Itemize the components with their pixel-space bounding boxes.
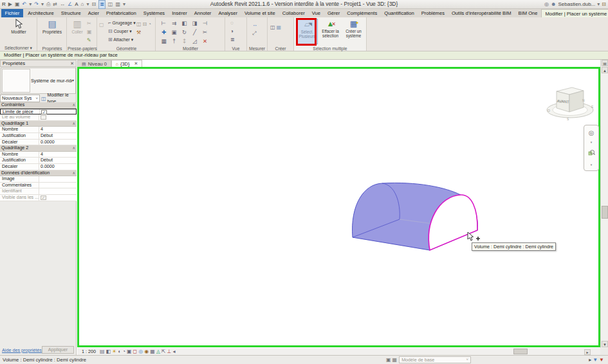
ribbon-tab-fichier[interactable]: Fichier — [1, 9, 23, 17]
type-selector[interactable]: Système de mur-rideau ▾ — [1, 68, 76, 94]
horizontal-scroll-thumb[interactable] — [513, 349, 528, 354]
workset-icon[interactable]: ▣ — [386, 356, 391, 363]
apply-button[interactable]: Appliquer — [42, 346, 74, 354]
create-group-icon[interactable]: ◫ — [270, 24, 275, 31]
split-icon[interactable]: ✂ — [200, 28, 210, 37]
clear-selection-button[interactable]: ▲✕ Effacer la sélection — [320, 19, 341, 44]
view-tab-3d[interactable]: ⌂ {3D} ✕ — [111, 60, 143, 67]
demolish-icon[interactable]: ⚒ — [136, 29, 141, 36]
cut-icon[interactable]: ✂ — [87, 20, 91, 27]
caret-down-icon[interactable]: ▾ — [86, 1, 89, 8]
ribbon-tab-probl-mes[interactable]: Problèmes — [418, 9, 448, 17]
visual-style-icon[interactable]: ◧ — [106, 349, 111, 355]
analytical-icon[interactable]: ◬ — [156, 349, 160, 355]
property-value[interactable]: 0.0000 — [39, 140, 77, 145]
property-value[interactable]: Début — [39, 158, 77, 163]
paste-aligned-icon[interactable]: ▢ — [99, 21, 104, 28]
caret-down-icon[interactable]: ▾ — [123, 1, 125, 8]
close-view-icon[interactable]: ✕ — [134, 61, 138, 66]
ribbon-tab-modifier-placer-un-syst-me-de-[interactable]: Modifier | Placer un système de mur-ride… — [541, 9, 608, 17]
view-list-icon[interactable]: ▤ — [602, 60, 608, 66]
undo-icon[interactable]: ↶ — [23, 1, 27, 8]
scroll-down-icon[interactable]: ▼ — [602, 341, 608, 347]
checkbox[interactable]: ✓ — [41, 110, 47, 114]
sun-icon[interactable]: ☀ — [112, 349, 116, 355]
detail-level-icon[interactable]: ▤ — [100, 349, 105, 355]
match-type-icon[interactable]: ✎ — [87, 37, 91, 44]
paste-button[interactable]: ▥ Coller — [69, 19, 86, 34]
collapse-icon[interactable]: ∧ — [73, 121, 75, 127]
extend-icon[interactable]: ⊣ — [200, 19, 210, 28]
group-label-select[interactable]: Sélectionner ▾ — [0, 46, 37, 51]
view-tab-niveau0[interactable]: ▤ Niveau 0 — [77, 60, 111, 67]
property-value[interactable] — [39, 114, 77, 120]
caret-down-icon[interactable]: ▾ — [591, 163, 593, 167]
collapse-icon[interactable]: ∧ — [73, 170, 75, 176]
home-3d-icon[interactable]: ⌂ — [81, 1, 84, 8]
split-face-icon[interactable]: ◔ — [148, 21, 151, 28]
caret-down-icon[interactable]: ▾ — [597, 1, 600, 8]
property-value[interactable]: ✓ — [39, 109, 76, 114]
hide-isolate-icon[interactable]: ◎ — [138, 349, 143, 355]
create-system-button[interactable]: ▦✦ Créer un système — [343, 19, 364, 44]
copy-move-icon[interactable]: ▣ — [169, 28, 179, 37]
rotate-icon[interactable]: ↻ — [180, 28, 189, 37]
viewcube[interactable]: AVANT O S E N — [544, 82, 599, 122]
scroll-up-icon[interactable]: ▲ — [602, 67, 608, 73]
ribbon-tab-syst-mes[interactable]: Systèmes — [140, 9, 168, 17]
ribbon-tab-collaborer[interactable]: Collaborer — [279, 9, 308, 17]
constraints-icon[interactable]: ⊥ — [167, 349, 172, 355]
section-header[interactable]: Quadrillage 2∧ — [0, 145, 77, 152]
copy-icon[interactable]: ▣ — [87, 28, 92, 35]
text-icon[interactable]: A — [75, 1, 78, 8]
ribbon-tab-compl-ments[interactable]: Compléments — [344, 9, 381, 17]
align-icon[interactable]: ⊢ — [159, 19, 169, 28]
close-icon[interactable]: ✕ — [70, 60, 74, 66]
filter-blue-icon[interactable]: ▼ — [593, 356, 598, 363]
create-similar-icon[interactable]: ▦ — [277, 24, 282, 31]
collapse-icon[interactable]: ∧ — [73, 145, 75, 151]
unpin-icon[interactable]: ‡ — [180, 37, 189, 46]
hide-elements-icon[interactable]: ◌ — [230, 19, 234, 26]
revit-logo[interactable]: R — [2, 1, 6, 8]
property-value[interactable]: 4 — [39, 127, 77, 132]
section-header[interactable]: Contraintes∧ — [0, 102, 77, 109]
ribbon-tab-structure[interactable]: Structure — [57, 9, 84, 17]
pin-icon[interactable]: † — [169, 37, 179, 46]
offset-icon[interactable]: ⇉ — [169, 19, 179, 28]
search-icon[interactable]: ◎ — [544, 1, 549, 8]
horizontal-scrollbar[interactable]: ▸ — [220, 349, 591, 354]
measure-icon[interactable]: ↔ — [60, 1, 65, 8]
caret-down-icon[interactable]: ▾ — [29, 1, 32, 8]
property-value[interactable] — [39, 188, 77, 194]
drawing-area[interactable]: Volume : Demi cylindre : Demi cylindre A… — [77, 67, 600, 347]
override-graphics-icon[interactable]: ◑ — [230, 28, 234, 35]
vertical-scroll-thumb[interactable] — [602, 206, 608, 219]
dimension-icon[interactable]: ∠ — [68, 1, 72, 8]
collapse-icon[interactable]: ∧ — [73, 102, 75, 108]
ribbon-tab-outils-d-interop-rabilit-bim[interactable]: Outils d'interopérabilité BIM — [448, 9, 515, 17]
transfer-icon[interactable]: ⇄ — [53, 1, 57, 8]
property-value[interactable]: 0.0000 — [39, 164, 77, 170]
tile-windows-icon[interactable]: ▥ — [115, 1, 120, 8]
property-value[interactable] — [39, 183, 77, 188]
ribbon-tab-analyser[interactable]: Analyser — [215, 9, 241, 17]
edit-type-button[interactable]: ◫ Modifier le type — [40, 95, 77, 102]
chevron-down-icon[interactable]: ▾ — [72, 68, 75, 93]
thin-lines-icon[interactable]: ≣ — [98, 0, 106, 9]
properties-button[interactable]: ▤ Propriétés — [41, 19, 64, 34]
save-icon[interactable]: ▣ — [15, 1, 20, 8]
property-value[interactable]: ✓ — [39, 195, 77, 201]
trim-icon[interactable]: ╱ — [190, 28, 199, 37]
scroll-right-icon[interactable]: ▸ — [584, 349, 591, 355]
collapse-icon[interactable]: ◂ — [173, 349, 176, 355]
print-icon[interactable]: ⎙ — [46, 1, 50, 8]
cut-geometry-button[interactable]: ⊟ Couper ▾ — [108, 28, 136, 35]
ribbon-tab-architecture[interactable]: Architecture — [24, 9, 58, 17]
shadows-icon[interactable]: ◐ — [118, 349, 121, 355]
design-option-select[interactable]: Modèle de base˅ — [399, 356, 471, 363]
measure-between-icon[interactable]: ↔ — [252, 21, 257, 28]
cope-button[interactable]: ⌐ Grugeage ▾ — [108, 19, 136, 27]
ribbon-tab-vue[interactable]: Vue — [308, 9, 324, 17]
mirror-axis-icon[interactable]: ◨ — [190, 19, 199, 28]
